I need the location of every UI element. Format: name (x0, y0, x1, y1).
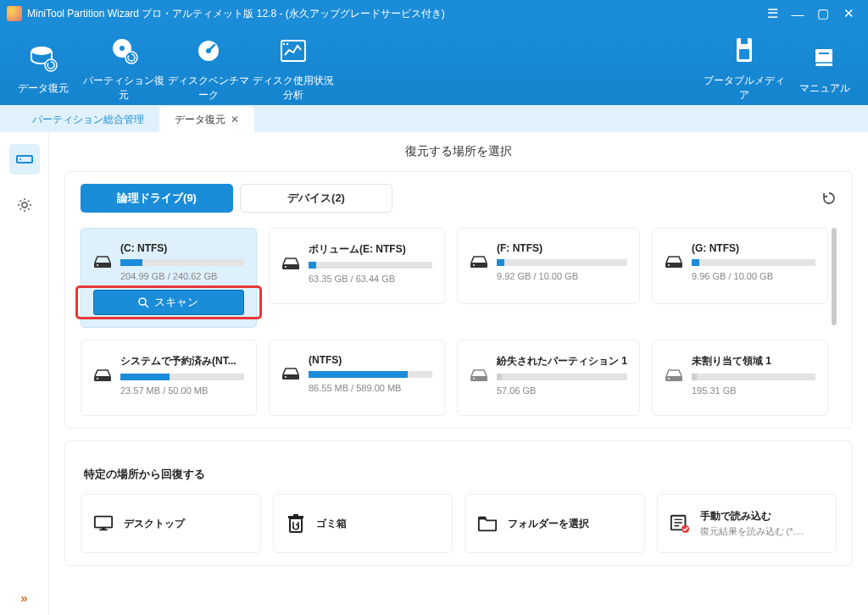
drive-name: (F: NTFS) (497, 242, 627, 254)
drive-name: (NTFS) (309, 354, 432, 366)
drive-size: 63.35 GB / 63.44 GB (309, 274, 432, 284)
svg-point-27 (97, 378, 98, 380)
data-recovery-icon (29, 44, 58, 73)
manual-icon (810, 44, 839, 73)
drive-card[interactable]: (G: NTFS)9.96 GB / 10.00 GB (652, 228, 828, 304)
drive-icon (281, 367, 300, 380)
tab-label: パーティション総合管理 (32, 113, 144, 127)
svg-rect-14 (17, 156, 32, 163)
tab-label: データ復元 (175, 113, 225, 127)
drive-icon (665, 368, 683, 382)
toolbar-label: ディスク使用状況分析 (251, 74, 336, 102)
svg-rect-13 (819, 53, 829, 54)
drive-name: システムで予約済み(NT... (120, 354, 244, 368)
tab-partition-management[interactable]: パーティション総合管理 (17, 107, 159, 132)
subtab-logical-drives[interactable]: 論理ドライブ(9) (81, 184, 233, 213)
drive-size: 86.55 MB / 589.00 MB (309, 383, 432, 393)
svg-point-9 (287, 43, 288, 45)
svg-point-15 (19, 158, 21, 160)
svg-point-16 (22, 202, 27, 208)
side-drive-view[interactable] (9, 144, 40, 175)
drive-icon (665, 255, 683, 269)
app-title: MiniTool Partition Wizard プロ・アルティメット版 12… (27, 7, 445, 21)
toolbar-disk-usage[interactable]: ディスク使用状況分析 (251, 36, 336, 102)
svg-point-29 (285, 376, 287, 378)
svg-rect-11 (741, 38, 748, 44)
usage-bar (309, 262, 432, 269)
minimize-button[interactable]: — (785, 4, 810, 23)
location-select-folder[interactable]: フォルダーを選択 (465, 494, 645, 553)
usage-bar (120, 374, 244, 380)
subtab-label: デバイス(2) (287, 191, 345, 206)
svg-rect-36 (102, 528, 105, 530)
subtab-devices[interactable]: デバイス(2) (240, 184, 392, 213)
svg-point-19 (139, 298, 146, 305)
toolbar-data-recovery[interactable]: データ復元 (5, 44, 81, 96)
close-icon[interactable]: ✕ (231, 114, 239, 125)
drive-card[interactable]: (NTFS)86.55 MB / 589.00 MB (269, 340, 445, 416)
trash-icon (286, 513, 306, 534)
svg-point-3 (120, 46, 125, 51)
subtabs: 論理ドライブ(9) デバイス(2) (81, 184, 837, 213)
svg-rect-12 (739, 49, 749, 59)
svg-point-33 (668, 378, 670, 380)
svg-rect-39 (293, 514, 298, 517)
svg-point-4 (125, 52, 137, 64)
toolbar-disk-benchmark[interactable]: ディスクベンチマーク (166, 36, 251, 102)
usage-bar (497, 374, 627, 380)
svg-point-21 (285, 266, 287, 268)
desktop-icon (93, 513, 114, 534)
location-sublabel: 復元結果を読み込む (*.... (700, 525, 825, 538)
toolbar-label: マニュアル (799, 81, 850, 96)
close-button[interactable]: ✕ (836, 4, 861, 23)
svg-point-0 (31, 47, 52, 55)
location-trash[interactable]: ゴミ箱 (273, 494, 453, 553)
locations-section: 特定の場所から回復する デスクトップ ゴミ箱 (64, 440, 853, 566)
svg-point-23 (473, 264, 475, 266)
location-manual-load[interactable]: 手動で読み込む 復元結果を読み込む (*.... (657, 494, 837, 553)
drive-name: (C: NTFS) (120, 242, 244, 254)
side-toolbar: » (0, 132, 49, 615)
scroll-thumb[interactable] (832, 228, 837, 325)
drive-size: 23.57 MB / 50.00 MB (120, 385, 244, 396)
main-toolbar: データ復元 パーティション復元 ディスクベンチマーク ディスク使用状況分析 ブー… (0, 27, 868, 105)
usage-icon (279, 36, 308, 65)
usage-bar (692, 259, 815, 266)
drive-card[interactable]: 未割り当て領域 1195.31 GB (652, 340, 828, 416)
drive-card[interactable]: システムで予約済み(NT...23.57 MB / 50.00 MB (81, 340, 257, 416)
tab-data-recovery[interactable]: データ復元 ✕ (159, 107, 254, 132)
drive-icon (93, 368, 112, 382)
refresh-button[interactable] (821, 191, 837, 206)
drive-card[interactable]: (C: NTFS)204.99 GB / 240.62 GBスキャン (81, 228, 257, 328)
drive-card[interactable]: (F: NTFS)9.92 GB / 10.00 GB (457, 228, 640, 304)
menu-icon[interactable]: ☰ (760, 4, 785, 23)
toolbar-bootable-media[interactable]: ブータブルメディア (702, 36, 787, 102)
drive-card[interactable]: ボリューム(E: NTFS)63.35 GB / 63.44 GB (269, 228, 445, 304)
section-title: 特定の場所から回復する (84, 467, 837, 482)
drive-name: 未割り当て領域 1 (692, 354, 815, 368)
drive-card[interactable]: 紛失されたパーティション 157.06 GB (457, 340, 640, 416)
svg-point-18 (97, 264, 98, 266)
svg-point-1 (45, 59, 57, 71)
toolbar-manual[interactable]: マニュアル (787, 44, 863, 96)
drive-grid: (C: NTFS)204.99 GB / 240.62 GBスキャンボリューム(… (81, 228, 828, 416)
manual-load-icon (670, 513, 690, 534)
usage-bar (309, 371, 432, 378)
drive-icon (470, 255, 488, 269)
side-settings[interactable] (9, 190, 40, 220)
scrollbar[interactable] (832, 228, 837, 397)
folder-icon (477, 513, 498, 534)
maximize-button[interactable]: ▢ (810, 4, 836, 23)
side-expand[interactable]: » (20, 590, 27, 605)
content-area: » 復元する場所を選択 論理ドライブ(9) デバイス(2) (C: NTFS)2… (0, 132, 868, 615)
drive-size: 9.92 GB / 10.00 GB (497, 271, 627, 281)
location-desktop[interactable]: デスクトップ (81, 494, 261, 553)
location-label: デスクトップ (124, 517, 185, 531)
toolbar-partition-recovery[interactable]: パーティション復元 (81, 36, 166, 102)
drive-icon (93, 255, 112, 269)
svg-rect-7 (281, 41, 305, 61)
usage-bar (120, 259, 244, 266)
toolbar-label: パーティション復元 (81, 74, 166, 102)
drive-name: (G: NTFS) (692, 242, 815, 254)
scan-button[interactable]: スキャン (93, 290, 244, 315)
